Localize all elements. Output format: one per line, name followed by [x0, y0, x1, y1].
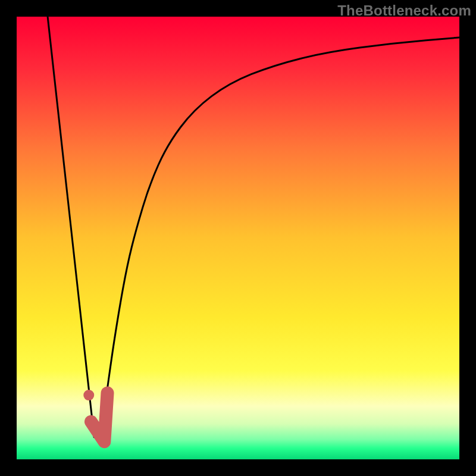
curves-layer — [17, 17, 459, 459]
marker-dot — [83, 390, 94, 400]
watermark-text: TheBottleneck.com — [337, 2, 471, 19]
series-left-line — [48, 17, 94, 437]
chart-frame: TheBottleneck.com — [0, 0, 476, 476]
plot-area — [17, 17, 459, 459]
marker-stroke — [91, 393, 108, 441]
series-right-curve — [101, 37, 459, 437]
